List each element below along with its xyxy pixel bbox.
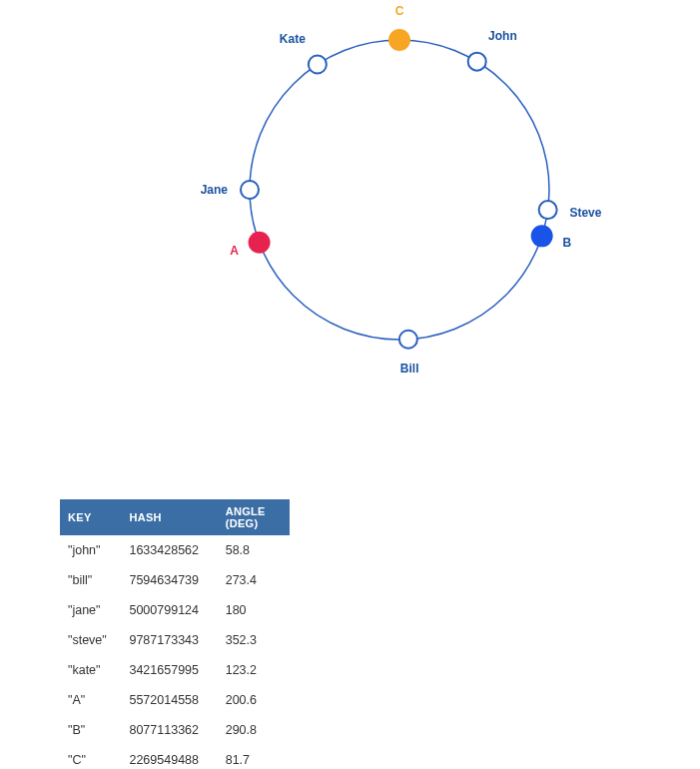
node-label-kate: Kate — [280, 32, 306, 46]
cell-angle: 180 — [218, 595, 290, 625]
cell-key: "kate" — [60, 655, 121, 685]
cell-key: "B" — [60, 715, 121, 745]
cell-angle: 123.2 — [218, 655, 290, 685]
node-label-C: C — [395, 4, 404, 18]
node-label-B: B — [563, 236, 572, 250]
table-row: "steve"9787173343352.3 — [60, 625, 290, 655]
cell-angle: 352.3 — [218, 625, 290, 655]
table-row: "B"8077113362290.8 — [60, 715, 290, 745]
ring-circle — [250, 40, 549, 340]
col-angle: ANGLE (DEG) — [218, 499, 290, 535]
cell-angle: 290.8 — [218, 715, 290, 745]
node-jane — [241, 181, 259, 199]
cell-key: "jane" — [60, 595, 121, 625]
cell-key: "bill" — [60, 565, 121, 595]
cell-hash: 1633428562 — [121, 535, 217, 565]
table-body: "john"163342856258.8"bill"7594634739273.… — [60, 535, 290, 769]
col-key: KEY — [60, 499, 121, 535]
table-row: "jane"5000799124180 — [60, 595, 290, 625]
cell-hash: 5572014558 — [121, 685, 217, 715]
cell-hash: 7594634739 — [121, 565, 217, 595]
node-label-A: A — [230, 244, 239, 258]
table-row: "A"5572014558200.6 — [60, 685, 290, 715]
page-root: JohnBillJaneSteveKateABC KEY HASH ANGLE … — [0, 0, 700, 769]
cell-hash: 8077113362 — [121, 715, 217, 745]
cell-hash: 3421657995 — [121, 655, 217, 685]
table-row: "C"226954948881.7 — [60, 745, 290, 769]
node-C — [388, 29, 410, 51]
cell-key: "steve" — [60, 625, 121, 655]
node-B — [531, 225, 553, 247]
node-bill — [399, 331, 417, 349]
table-row: "john"163342856258.8 — [60, 535, 290, 565]
table-row: "bill"7594634739273.4 — [60, 565, 290, 595]
cell-angle: 58.8 — [218, 535, 290, 565]
col-hash: HASH — [121, 499, 217, 535]
hash-table: KEY HASH ANGLE (DEG) "john"163342856258.… — [60, 499, 290, 769]
cell-angle: 81.7 — [218, 745, 290, 769]
table-header-row: KEY HASH ANGLE (DEG) — [60, 499, 290, 535]
hash-table-element: KEY HASH ANGLE (DEG) "john"163342856258.… — [60, 499, 290, 769]
node-A — [249, 232, 271, 254]
cell-hash: 2269549488 — [121, 745, 217, 769]
node-label-bill: Bill — [400, 362, 419, 376]
table-row: "kate"3421657995123.2 — [60, 655, 290, 685]
cell-key: "C" — [60, 745, 121, 769]
node-kate — [309, 55, 327, 73]
node-steve — [539, 201, 557, 219]
node-label-john: John — [488, 29, 517, 43]
cell-hash: 5000799124 — [121, 595, 217, 625]
cell-key: "john" — [60, 535, 121, 565]
cell-angle: 200.6 — [218, 685, 290, 715]
hash-ring-diagram: JohnBillJaneSteveKateABC — [0, 0, 700, 419]
node-label-steve: Steve — [569, 206, 601, 220]
cell-hash: 9787173343 — [121, 625, 217, 655]
node-john — [468, 53, 486, 71]
cell-angle: 273.4 — [218, 565, 290, 595]
cell-key: "A" — [60, 685, 121, 715]
node-label-jane: Jane — [201, 183, 228, 197]
